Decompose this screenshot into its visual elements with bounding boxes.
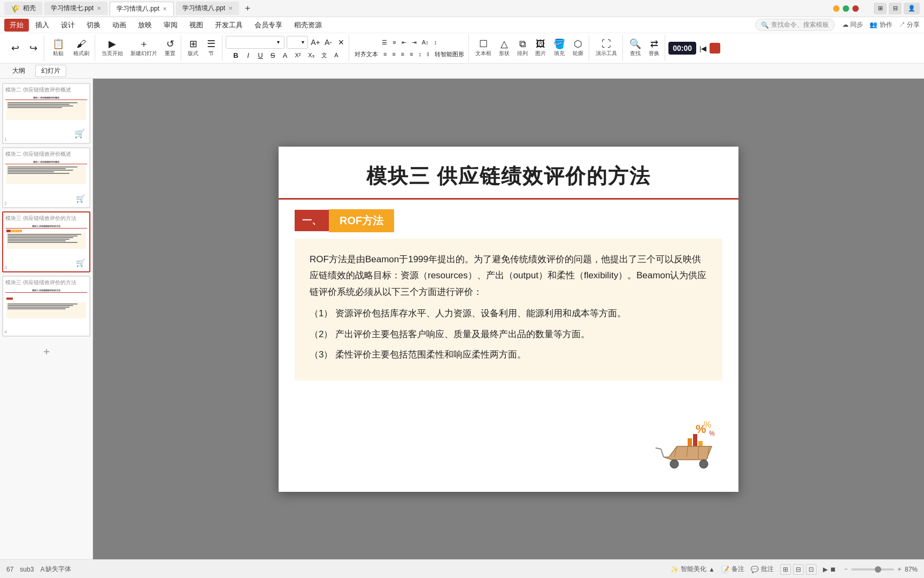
content-box: ROF方法是由Beamon于1999年提出的。为了避免传统绩效评价的问题，他提出…	[295, 239, 722, 381]
clear-format-button[interactable]: ✕	[336, 37, 346, 48]
font-increase-button[interactable]: A+	[310, 37, 321, 48]
font-color-button[interactable]: A	[280, 50, 290, 60]
indent-decrease-button[interactable]: ⇤	[399, 37, 409, 48]
align-right-button[interactable]: ≡	[399, 49, 406, 59]
tab-file1[interactable]: 学习情境七.ppt ✕	[44, 2, 107, 15]
new-tab-button[interactable]: ＋	[243, 3, 252, 14]
zoom-out-button[interactable]: －	[843, 565, 849, 574]
tab3-close[interactable]: ✕	[228, 5, 233, 11]
grid-view-button[interactable]: ⊟	[793, 564, 804, 575]
menu-insert[interactable]: 插入	[30, 19, 55, 32]
shape-button[interactable]: △ 形状	[496, 36, 513, 60]
menu-start[interactable]: 开始	[4, 19, 29, 32]
font-decrease-button[interactable]: A-	[323, 37, 334, 48]
tab-file3[interactable]: 学习情境八.ppt ✕	[176, 2, 239, 15]
slide-thumb-2[interactable]: 模块二 供应链绩效评价概述 模块二 供应链绩效评价概述 🛒 2	[2, 147, 90, 208]
align-center-button[interactable]: ≡	[390, 49, 397, 59]
user-icon[interactable]: 👤	[904, 3, 920, 14]
bold-button[interactable]: B	[230, 50, 241, 60]
replace-button[interactable]: ⇄ 替换	[645, 36, 663, 60]
font-size-select[interactable]: ▼	[287, 36, 308, 49]
justify-button[interactable]: ≡	[407, 49, 415, 59]
play-button[interactable]: ▶	[823, 566, 828, 573]
menu-daoke[interactable]: 稻壳资源	[289, 19, 327, 32]
textbox-button[interactable]: ☐ 文本框	[472, 36, 495, 60]
indent-increase-button[interactable]: ⇥	[410, 37, 419, 48]
menu-animation[interactable]: 动画	[107, 19, 132, 32]
outline-view-button[interactable]: 大纲	[6, 65, 31, 77]
layout-button[interactable]: ⊞ 版式	[184, 36, 202, 60]
zoom-slider[interactable]	[851, 568, 894, 571]
slides-view-button[interactable]: 幻灯片	[35, 65, 66, 77]
align-left-button[interactable]: ≡	[381, 49, 389, 59]
slide-thumb-1[interactable]: 模块二 供应链绩效评价概述 模块二 供应链绩效评价概述 🛒 1	[2, 83, 90, 144]
menu-design[interactable]: 设计	[56, 19, 80, 32]
share-button[interactable]: ↗ 分享	[899, 20, 920, 29]
underline-button[interactable]: U	[255, 50, 266, 60]
tab-file2[interactable]: 学习情境八.ppt ✕	[110, 2, 174, 16]
strikethrough-button[interactable]: S	[267, 50, 278, 60]
menu-view[interactable]: 视图	[184, 19, 209, 32]
bullet-list-button[interactable]: ☰	[380, 37, 389, 48]
menu-developer[interactable]: 开发工具	[210, 19, 248, 32]
layout-icon[interactable]: ⊟	[889, 3, 902, 14]
search-box[interactable]: 🔍 查找命令、搜索模板	[755, 19, 835, 31]
slide-main-title: 模块三 供应链绩效评价的方法	[300, 163, 717, 190]
collab-button[interactable]: 👥 协作	[869, 20, 892, 29]
comment-button[interactable]: 💬 批注	[751, 565, 774, 574]
convert-shape-button[interactable]: 转智能图形	[433, 49, 466, 59]
maximize-button[interactable]	[843, 5, 849, 12]
column-button[interactable]: ⫴	[425, 49, 432, 59]
notes-button[interactable]: 📝 备注	[721, 565, 744, 574]
paste-button[interactable]: 📋 粘贴	[48, 36, 69, 60]
italic-button[interactable]: I	[243, 50, 253, 60]
record-button[interactable]	[710, 43, 720, 54]
arrange-button[interactable]: ⧉ 排列	[514, 36, 531, 60]
zoom-in-button[interactable]: ＋	[896, 565, 903, 574]
redo-button[interactable]: ↪	[25, 36, 42, 60]
normal-view-button[interactable]: ⊞	[780, 564, 791, 575]
superscript-button[interactable]: X²	[292, 50, 304, 60]
find-button[interactable]: 🔍 查找	[626, 36, 644, 60]
slide-thumb-4[interactable]: 模块三 供应链绩效评价的方法 模块三 供应链绩效评价的方法 4	[2, 276, 90, 337]
smart-beautify-button[interactable]: ✨ 智能美化 ▲	[671, 565, 715, 574]
menu-slideshow[interactable]: 放映	[133, 19, 157, 32]
phonetic-button[interactable]: 文	[319, 50, 329, 60]
menu-transition[interactable]: 切换	[81, 19, 106, 32]
reading-view-button[interactable]: ⊡	[806, 564, 817, 575]
new-slide-button[interactable]: ＋ 新建幻灯片	[127, 36, 160, 60]
add-slide-button[interactable]: ＋	[2, 340, 90, 363]
presentation-tools-button[interactable]: ⛶ 演示工具	[592, 36, 620, 60]
minimize-button[interactable]	[833, 5, 840, 12]
start-current-button[interactable]: ▶ 当页开始	[98, 36, 126, 60]
stop-button[interactable]: ⏹	[830, 566, 836, 573]
section-button[interactable]: ☰ 节	[203, 36, 220, 60]
section-title: ROF方法	[340, 215, 383, 226]
line-spacing-button[interactable]: ↕	[417, 49, 424, 59]
sync-button[interactable]: ☁ 同步	[842, 20, 863, 29]
missing-font-button[interactable]: A 缺失字体	[40, 565, 71, 574]
numbered-list-button[interactable]: ≡	[390, 37, 398, 48]
smartart-button[interactable]: ⬡ 轮廓	[569, 36, 587, 60]
app-tab[interactable]: 🌾 稻壳	[4, 2, 42, 15]
slide-thumb-3[interactable]: 模块三 供应链绩效评价的方法 模块三 供应链绩效评价的方法 ROF方法 🛒	[2, 211, 90, 272]
menu-vip[interactable]: 会员专享	[249, 19, 288, 32]
close-button[interactable]	[852, 5, 859, 12]
section-label-box: 一、 ROF方法	[295, 209, 722, 232]
align-text-button[interactable]: 对齐文本	[352, 49, 380, 59]
tab1-close[interactable]: ✕	[97, 5, 101, 11]
font-name-select[interactable]: ▼	[226, 36, 284, 49]
menu-review[interactable]: 审阅	[158, 19, 183, 32]
caption-icon[interactable]: ⊞	[874, 3, 887, 14]
reset-button[interactable]: ↺ 重置	[161, 36, 179, 60]
subscript-button[interactable]: X₂	[305, 50, 317, 60]
tab2-close[interactable]: ✕	[163, 6, 167, 12]
undo-button[interactable]: ↩	[6, 36, 24, 60]
text-direction-button[interactable]: A↕	[420, 37, 431, 48]
timer-prev-button[interactable]: |◀	[699, 44, 706, 52]
shadow-button[interactable]: A	[331, 50, 342, 60]
sort-button[interactable]: ↕	[432, 37, 439, 48]
image-button[interactable]: 🖼 图片	[532, 36, 549, 60]
format-brush-button[interactable]: 🖌 格式刷	[70, 36, 93, 60]
fill-button[interactable]: 🪣 填充	[550, 36, 568, 60]
